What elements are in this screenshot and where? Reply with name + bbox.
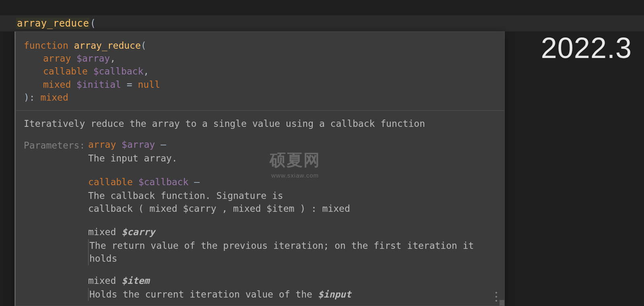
documentation-popup[interactable]: function array_reduce( array $array, cal… — [14, 31, 505, 306]
param2-heading: callable $callback – — [88, 176, 496, 188]
function-signature: function array_reduce( array $array, cal… — [16, 32, 504, 111]
subparam-carry-heading: mixed $carry — [88, 225, 496, 238]
param2-type: callable — [43, 66, 88, 76]
return-type: mixed — [41, 92, 68, 103]
typed-function-name: array_reduce — [16, 18, 90, 29]
equals: = — [127, 79, 132, 90]
comma1: , — [110, 53, 116, 64]
scrollbar[interactable] — [500, 300, 504, 306]
parameters-label: Parameters: — [24, 138, 88, 152]
param2-name: $callback — [93, 66, 144, 76]
param3-type: mixed — [43, 79, 71, 90]
subparam-carry-desc: The return value of the previous iterati… — [88, 239, 496, 265]
sig-open-paren: ( — [141, 40, 147, 51]
param1-name: $array — [76, 53, 110, 64]
keyword-function: function — [24, 40, 68, 51]
param3-name: $initial — [76, 79, 121, 90]
open-paren: ( — [90, 18, 96, 29]
more-options-icon[interactable] — [492, 292, 500, 302]
documentation-body: Iteratively reduce the array to a single… — [16, 111, 504, 306]
param2-desc: The callback function. Signature is call… — [88, 189, 496, 215]
version-label: 2022.3 — [541, 31, 632, 64]
editor-code-line[interactable]: array_reduce( — [0, 15, 644, 31]
title-bar — [0, 0, 644, 15]
param1-type: array — [43, 53, 71, 64]
doc-summary: Iteratively reduce the array to a single… — [24, 117, 496, 130]
signature-fn-name: array_reduce — [74, 40, 141, 51]
param1-heading: array $array – — [88, 138, 496, 151]
close-ret: ): — [24, 92, 41, 103]
comma2: , — [143, 66, 149, 76]
param3-default: null — [138, 79, 160, 90]
param1-desc: The input array. — [88, 152, 496, 165]
subparam-item-desc: Holds the current iteration value of the… — [88, 288, 496, 301]
subparam-item-heading: mixed $item — [88, 274, 496, 287]
